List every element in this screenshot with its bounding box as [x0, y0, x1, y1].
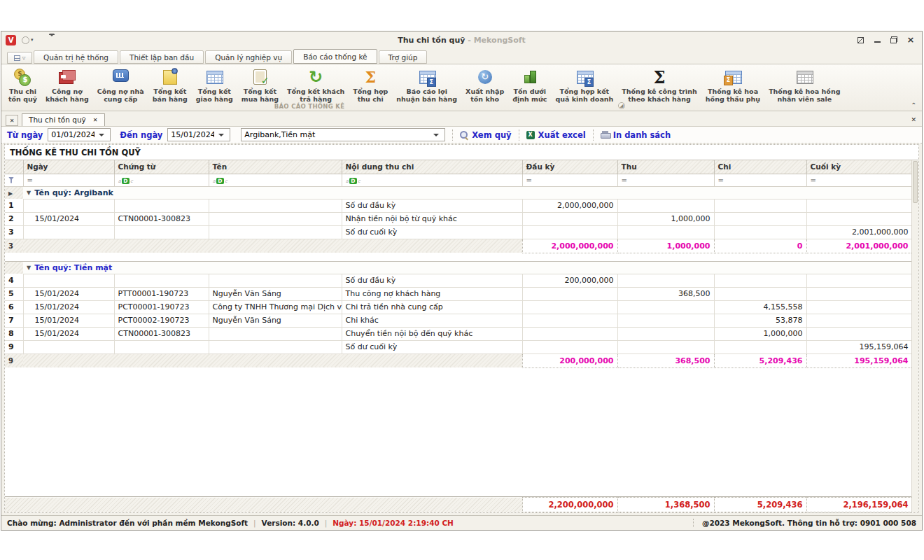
table-row[interactable]: 1Số dư đầu kỳ2,000,000,000	[5, 199, 912, 212]
cell-ten[interactable]: Công ty TNHH Thương mại Dịch vụ Điện n..…	[209, 300, 342, 314]
tabstrip-close-button[interactable]: ✕	[911, 116, 916, 123]
column-header-noidung[interactable]: Nội dung thu chi	[342, 160, 522, 174]
cell-ten[interactable]	[209, 274, 342, 287]
filter-cell-dauky[interactable]: =	[522, 174, 617, 186]
cell-noidung[interactable]: Số dư cuối kỳ	[342, 340, 522, 354]
cell-noidung[interactable]: Số dư đầu kỳ	[342, 199, 522, 212]
table-row[interactable]: 215/01/2024CTN00001-300823Nhận tiền nội …	[5, 212, 912, 225]
cell-chungtu[interactable]	[114, 225, 209, 239]
cell-ten[interactable]	[209, 212, 342, 225]
cell-chi[interactable]: 1,000,000	[714, 327, 806, 340]
customize-toolbar-button[interactable]	[49, 34, 55, 46]
cell-ten[interactable]: Nguyễn Văn Sáng	[209, 314, 342, 327]
cell-ngay[interactable]	[23, 225, 114, 239]
ribbon-button-coins[interactable]: Thu chitồn quỹ	[4, 66, 41, 104]
cell-ngay[interactable]: 15/01/2024	[23, 314, 114, 327]
column-header-chungtu[interactable]: Chứng từ	[114, 160, 209, 174]
cell-dauky[interactable]	[522, 287, 617, 300]
cell-chungtu[interactable]: CTN00001-300823	[114, 212, 209, 225]
cell-chi[interactable]	[714, 340, 806, 354]
cell-ngay[interactable]: 15/01/2024	[23, 287, 114, 300]
xem-quỹ-button[interactable]: Xem quỹ	[460, 130, 511, 140]
filter-cell-thu[interactable]: =	[617, 174, 714, 186]
cell-dauky[interactable]	[522, 340, 617, 354]
cell-noidung[interactable]: Số dư cuối kỳ	[342, 225, 522, 239]
cell-ten[interactable]	[209, 199, 342, 212]
cell-ten[interactable]	[209, 327, 342, 340]
from-date-combo[interactable]	[48, 128, 111, 141]
cell-chungtu[interactable]: PCT00002-190723	[114, 314, 209, 327]
fund-select-combo[interactable]	[241, 128, 445, 141]
cell-ngay[interactable]	[23, 274, 114, 287]
ribbon-button-bubble[interactable]: Công nợ nhàcung cấp	[93, 66, 148, 104]
cell-chungtu[interactable]	[114, 199, 209, 212]
filter-cell-cuoiky[interactable]: =	[806, 174, 912, 186]
cell-thu[interactable]	[617, 314, 714, 327]
cell-thu[interactable]	[617, 274, 714, 287]
column-header-ten[interactable]: Tên	[209, 160, 342, 174]
table-row[interactable]: 615/01/2024PCT00001-190723Công ty TNHH T…	[5, 300, 912, 314]
cell-noidung[interactable]: Nhận tiền nội bộ từ quỹ khác	[342, 212, 522, 225]
cell-ten[interactable]	[209, 340, 342, 354]
minimize-button[interactable]	[873, 36, 881, 44]
cell-dauky[interactable]	[522, 314, 617, 327]
cell-chungtu[interactable]	[114, 274, 209, 287]
cell-ngay[interactable]: 15/01/2024	[23, 300, 114, 314]
cell-ten[interactable]: Nguyễn Văn Sáng	[209, 287, 342, 300]
cell-chi[interactable]	[714, 199, 806, 212]
ribbon-button-bars[interactable]: Tồn dướiđịnh mức	[508, 66, 551, 104]
to-date-combo[interactable]	[167, 128, 230, 141]
cell-chungtu[interactable]: CTN00001-300823	[114, 327, 209, 340]
ribbon-button-table[interactable]: Tổng kếtgiao hàng	[192, 66, 237, 104]
cell-thu[interactable]: 1,000,000	[617, 212, 714, 225]
cell-cuoiky[interactable]	[806, 212, 912, 225]
column-header-ngay[interactable]: Ngày	[23, 160, 114, 174]
xuất-excel-button[interactable]: XXuất excel	[526, 130, 586, 140]
close-all-tabs-button[interactable]: ✕	[6, 115, 18, 126]
table-row[interactable]: 4Số dư đầu kỳ200,000,000	[5, 274, 912, 287]
group-row[interactable]: ▼Tên quỹ: Tiền mặt	[5, 261, 912, 274]
cell-cuoiky[interactable]	[806, 274, 912, 287]
cell-noidung[interactable]: Chi khác	[342, 314, 522, 327]
cell-dauky[interactable]	[522, 212, 617, 225]
to-date-input[interactable]	[168, 130, 217, 139]
menu-tab-4[interactable]: Báo cáo thống kê	[293, 49, 377, 64]
group-dialog-launcher-button[interactable]: ◢	[618, 102, 625, 109]
ribbon-button-clipboard[interactable]: Tổng kếtmua hàng	[237, 66, 283, 104]
cell-chi[interactable]	[714, 212, 806, 225]
cell-noidung[interactable]: Chuyển tiền nội bộ đến quỹ khác	[342, 327, 522, 340]
cell-cuoiky[interactable]	[806, 314, 912, 327]
cell-noidung[interactable]: Chi trả tiền nhà cung cấp	[342, 300, 522, 314]
menu-tab-5[interactable]: Trợ giúp	[379, 50, 428, 64]
ribbon-button-grid[interactable]: Thống kê hoa hồngnhân viên sale	[764, 66, 844, 104]
cell-chi[interactable]: 53,878	[714, 314, 806, 327]
ribbon-button-circle-arrow[interactable]: Xuất nhậptồn kho	[461, 66, 508, 104]
cell-thu[interactable]	[617, 300, 714, 314]
cell-thu[interactable]	[617, 199, 714, 212]
cell-chungtu[interactable]: PTT00001-190723	[114, 287, 209, 300]
cell-dauky[interactable]	[522, 300, 617, 314]
cell-cuoiky[interactable]	[806, 300, 912, 314]
close-tab-icon[interactable]: ✕	[93, 117, 98, 123]
cell-ngay[interactable]: 15/01/2024	[23, 212, 114, 225]
cell-dauky[interactable]: 2,000,000,000	[522, 199, 617, 212]
ribbon-button-note[interactable]: Tổng kếtbán hàng	[148, 66, 192, 104]
cell-ngay[interactable]	[23, 340, 114, 354]
application-menu-button[interactable]: ▽	[7, 52, 32, 64]
close-button[interactable]: ×	[906, 36, 915, 44]
cell-dauky[interactable]	[522, 327, 617, 340]
from-date-input[interactable]	[48, 130, 97, 139]
column-header-dauky[interactable]: Đầu kỳ	[522, 160, 617, 174]
fullscreen-toggle-button[interactable]	[856, 36, 864, 44]
cell-thu[interactable]	[617, 327, 714, 340]
cell-cuoiky[interactable]	[806, 327, 912, 340]
table-row[interactable]: 815/01/2024CTN00001-300823Chuyển tiền nộ…	[5, 327, 912, 340]
collapse-group-icon[interactable]: ▼	[27, 265, 31, 271]
ribbon-button-table-orange[interactable]: Thống kê hoahồng thầu phụ	[701, 66, 764, 104]
vertical-scrollbar[interactable]	[911, 160, 918, 512]
group-header-cell[interactable]: ▼Tên quỹ: Argibank	[23, 186, 912, 199]
cell-thu[interactable]	[617, 225, 714, 239]
menu-tab-2[interactable]: Thiết lập ban đầu	[120, 50, 204, 64]
ribbon-button-sigma-black[interactable]: ΣThống kê công trìnhtheo khách hàng	[617, 66, 701, 104]
ribbon-collapse-button[interactable]: ⌃	[911, 102, 916, 108]
